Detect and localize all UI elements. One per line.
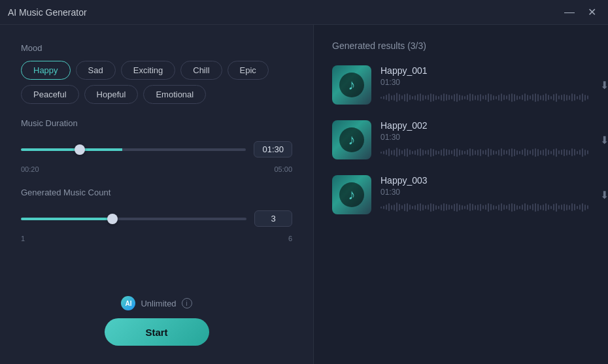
duration-value: 01:30	[254, 141, 292, 157]
track-info-3: Happy_003 01:30	[380, 175, 588, 214]
track-actions-2: ⬇ •••	[598, 131, 608, 149]
duration-label: Music Duration	[21, 118, 292, 128]
mood-section: Mood HappySadExcitingChillEpicPeacefulHo…	[21, 43, 292, 104]
count-labels: 1 6	[21, 235, 292, 242]
unlimited-label: Unlimited	[141, 299, 176, 308]
music-note-icon: ♪	[348, 76, 356, 93]
mood-btn-hopeful[interactable]: Hopeful	[84, 85, 139, 104]
right-panel: Generated results (3/3) ♪ Happy_001 01:3…	[314, 25, 608, 364]
mood-label: Mood	[21, 43, 292, 53]
track-time-1: 01:30	[380, 78, 588, 87]
track-thumb-2: ♪	[332, 120, 371, 159]
duration-labels: 00:20 05:00	[21, 165, 292, 173]
duration-slider-row: 01:30	[21, 141, 292, 157]
track-item-2: ♪ Happy_002 01:30 ⬇ •••	[332, 118, 590, 162]
close-button[interactable]: ✕	[583, 6, 600, 19]
mood-btn-chill[interactable]: Chill	[180, 61, 222, 80]
download-button-3[interactable]: ⬇	[598, 186, 608, 204]
track-info-2: Happy_002 01:30	[380, 120, 588, 159]
count-label: Generated Music Count	[21, 188, 292, 197]
app-title: AI Music Generator	[8, 7, 561, 18]
mood-btn-sad[interactable]: Sad	[76, 61, 116, 80]
count-section: Generated Music Count 3 1 6	[21, 188, 292, 242]
title-bar: AI Music Generator — ✕	[0, 0, 608, 25]
left-footer: AI Unlimited i Start	[21, 296, 292, 346]
mood-btn-emotional[interactable]: Emotional	[143, 85, 206, 104]
results-header: Generated results (3/3)	[332, 41, 590, 51]
track-time-2: 01:30	[380, 133, 588, 142]
track-time-3: 01:30	[380, 188, 588, 197]
waveform-3	[380, 200, 588, 214]
download-button-1[interactable]: ⬇	[598, 76, 608, 94]
track-item-1: ♪ Happy_001 01:30 ⬇ •••	[332, 63, 590, 107]
count-min: 1	[21, 235, 25, 242]
duration-section: Music Duration 01:30 00:20 05:00	[21, 118, 292, 173]
track-item-3: ♪ Happy_003 01:30 ⬇ •••	[332, 173, 590, 217]
count-value: 3	[254, 210, 292, 227]
track-thumb-1: ♪	[332, 65, 371, 105]
duration-slider[interactable]	[21, 148, 246, 151]
minimize-button[interactable]: —	[561, 6, 578, 19]
unlimited-row: AI Unlimited i	[121, 296, 192, 310]
mood-btn-happy[interactable]: Happy	[21, 61, 71, 80]
track-actions-1: ⬇ •••	[598, 76, 608, 94]
mood-btn-exciting[interactable]: Exciting	[121, 61, 176, 80]
music-note-icon: ♪	[348, 131, 356, 148]
track-info-1: Happy_001 01:30	[380, 65, 588, 105]
count-slider[interactable]	[21, 218, 246, 220]
music-note-icon: ♪	[348, 186, 356, 203]
count-slider-row: 3	[21, 210, 292, 227]
count-max: 6	[288, 235, 292, 242]
main-content: Mood HappySadExcitingChillEpicPeacefulHo…	[0, 25, 608, 364]
duration-min: 00:20	[21, 165, 39, 173]
info-icon[interactable]: i	[182, 298, 192, 308]
track-actions-3: ⬇ •••	[598, 186, 608, 204]
ai-badge: AI	[121, 296, 135, 310]
window-controls: — ✕	[561, 6, 600, 19]
track-name-2: Happy_002	[380, 120, 588, 131]
mood-btn-peaceful[interactable]: Peaceful	[21, 85, 79, 104]
waveform-1	[380, 90, 588, 105]
left-panel: Mood HappySadExcitingChillEpicPeacefulHo…	[0, 25, 314, 364]
mood-btn-epic[interactable]: Epic	[228, 61, 269, 80]
mood-grid: HappySadExcitingChillEpicPeacefulHopeful…	[21, 61, 292, 104]
waveform-2	[380, 145, 588, 159]
track-thumb-3: ♪	[332, 175, 371, 214]
tracks-list: ♪ Happy_001 01:30 ⬇ ••• ♪ Happy_002 01:3…	[332, 63, 590, 217]
track-name-3: Happy_003	[380, 175, 588, 186]
track-name-1: Happy_001	[380, 65, 588, 76]
start-button[interactable]: Start	[105, 318, 209, 346]
duration-max: 05:00	[274, 165, 292, 173]
download-button-2[interactable]: ⬇	[598, 131, 608, 149]
